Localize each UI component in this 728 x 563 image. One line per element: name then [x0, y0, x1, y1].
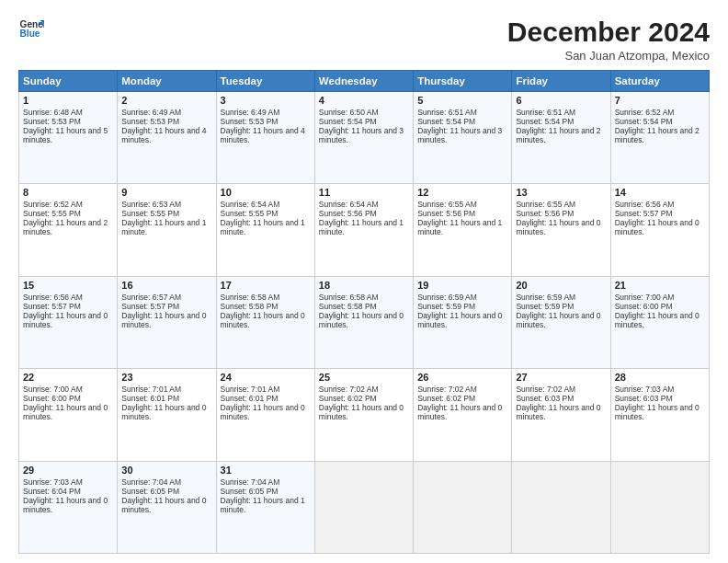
day-number: 21 — [615, 280, 705, 291]
sunrise-label: Sunrise: 6:54 AM — [319, 200, 379, 209]
sunset-label: Sunset: 6:02 PM — [417, 394, 475, 403]
day-number: 25 — [319, 372, 409, 383]
day-number: 27 — [516, 372, 606, 383]
day-number: 23 — [121, 372, 211, 383]
table-row: 15Sunrise: 6:56 AMSunset: 5:57 PMDayligh… — [19, 276, 118, 368]
daylight-label: Daylight: 11 hours and 0 minutes. — [615, 311, 700, 329]
sunset-label: Sunset: 5:55 PM — [23, 209, 81, 218]
day-number: 22 — [23, 372, 113, 383]
sunset-label: Sunset: 5:59 PM — [417, 302, 475, 311]
daylight-label: Daylight: 11 hours and 4 minutes. — [221, 126, 305, 144]
table-row: 16Sunrise: 6:57 AMSunset: 5:57 PMDayligh… — [118, 276, 216, 368]
sunset-label: Sunset: 6:03 PM — [615, 394, 673, 403]
day-number: 26 — [417, 372, 507, 383]
daylight-label: Daylight: 11 hours and 0 minutes. — [121, 403, 206, 421]
col-friday: Friday — [512, 71, 610, 92]
daylight-label: Daylight: 11 hours and 5 minutes. — [23, 126, 108, 144]
sunrise-label: Sunrise: 7:04 AM — [121, 477, 181, 487]
sunrise-label: Sunrise: 7:02 AM — [417, 385, 477, 394]
calendar-week-row: 1Sunrise: 6:48 AMSunset: 5:53 PMDaylight… — [19, 92, 710, 184]
daylight-label: Daylight: 11 hours and 0 minutes. — [319, 403, 404, 421]
sunrise-label: Sunrise: 6:52 AM — [615, 108, 675, 117]
daylight-label: Daylight: 11 hours and 3 minutes. — [319, 126, 404, 144]
table-row: 5Sunrise: 6:51 AMSunset: 5:54 PMDaylight… — [414, 92, 512, 184]
daylight-label: Daylight: 11 hours and 1 minute. — [221, 218, 305, 236]
day-number: 24 — [221, 372, 311, 383]
sunrise-label: Sunrise: 6:49 AM — [121, 108, 181, 117]
sunrise-label: Sunrise: 6:55 AM — [516, 200, 575, 209]
sunrise-label: Sunrise: 6:49 AM — [221, 108, 280, 117]
table-row: 24Sunrise: 7:01 AMSunset: 6:01 PMDayligh… — [216, 369, 314, 461]
daylight-label: Daylight: 11 hours and 4 minutes. — [121, 126, 206, 144]
day-number: 5 — [417, 95, 507, 106]
sunrise-label: Sunrise: 6:58 AM — [221, 293, 280, 302]
table-row: 12Sunrise: 6:55 AMSunset: 5:56 PMDayligh… — [414, 184, 512, 276]
day-number: 4 — [319, 95, 409, 106]
sunrise-label: Sunrise: 6:52 AM — [23, 200, 83, 209]
svg-text:Blue: Blue — [20, 29, 40, 39]
sunset-label: Sunset: 5:56 PM — [417, 209, 475, 218]
sunrise-label: Sunrise: 6:48 AM — [23, 108, 83, 117]
day-number: 13 — [516, 187, 606, 198]
sunrise-label: Sunrise: 6:58 AM — [319, 293, 379, 302]
location: San Juan Atzompa, Mexico — [507, 49, 710, 63]
sunset-label: Sunset: 5:55 PM — [121, 209, 179, 218]
daylight-label: Daylight: 11 hours and 1 minute. — [319, 218, 404, 236]
sunrise-label: Sunrise: 7:02 AM — [516, 385, 575, 394]
sunset-label: Sunset: 5:59 PM — [516, 302, 574, 311]
day-number: 12 — [417, 187, 507, 198]
day-number: 16 — [121, 280, 211, 291]
title-block: December 2024 San Juan Atzompa, Mexico — [507, 17, 710, 63]
col-thursday: Thursday — [414, 71, 512, 92]
sunrise-label: Sunrise: 7:01 AM — [121, 385, 181, 394]
daylight-label: Daylight: 11 hours and 1 minute. — [121, 218, 206, 236]
table-row: 29Sunrise: 7:03 AMSunset: 6:04 PMDayligh… — [19, 461, 118, 553]
daylight-label: Daylight: 11 hours and 0 minutes. — [319, 311, 404, 329]
daylight-label: Daylight: 11 hours and 1 minute. — [417, 218, 502, 236]
day-number: 1 — [23, 95, 113, 106]
day-number: 18 — [319, 280, 409, 291]
table-row: 8Sunrise: 6:52 AMSunset: 5:55 PMDaylight… — [19, 184, 118, 276]
sunset-label: Sunset: 5:56 PM — [516, 209, 574, 218]
sunset-label: Sunset: 5:53 PM — [121, 117, 179, 126]
table-row — [610, 461, 709, 553]
col-saturday: Saturday — [610, 71, 709, 92]
calendar-header-row: Sunday Monday Tuesday Wednesday Thursday… — [19, 71, 710, 92]
table-row: 13Sunrise: 6:55 AMSunset: 5:56 PMDayligh… — [512, 184, 610, 276]
table-row: 19Sunrise: 6:59 AMSunset: 5:59 PMDayligh… — [414, 276, 512, 368]
sunset-label: Sunset: 6:00 PM — [23, 394, 81, 403]
day-number: 31 — [221, 465, 311, 476]
sunset-label: Sunset: 6:05 PM — [121, 487, 179, 496]
sunset-label: Sunset: 6:01 PM — [221, 394, 279, 403]
table-row: 22Sunrise: 7:00 AMSunset: 6:00 PMDayligh… — [19, 369, 118, 461]
daylight-label: Daylight: 11 hours and 0 minutes. — [417, 403, 502, 421]
sunset-label: Sunset: 5:54 PM — [417, 117, 475, 126]
sunrise-label: Sunrise: 6:53 AM — [121, 200, 181, 209]
day-number: 8 — [23, 187, 113, 198]
daylight-label: Daylight: 11 hours and 3 minutes. — [417, 126, 502, 144]
daylight-label: Daylight: 11 hours and 0 minutes. — [23, 311, 108, 329]
sunrise-label: Sunrise: 6:57 AM — [121, 293, 181, 302]
table-row: 2Sunrise: 6:49 AMSunset: 5:53 PMDaylight… — [118, 92, 216, 184]
day-number: 15 — [23, 280, 113, 291]
sunset-label: Sunset: 5:57 PM — [615, 209, 673, 218]
day-number: 2 — [121, 95, 211, 106]
table-row: 27Sunrise: 7:02 AMSunset: 6:03 PMDayligh… — [512, 369, 610, 461]
calendar-week-row: 15Sunrise: 6:56 AMSunset: 5:57 PMDayligh… — [19, 276, 710, 368]
table-row: 9Sunrise: 6:53 AMSunset: 5:55 PMDaylight… — [118, 184, 216, 276]
day-number: 7 — [615, 95, 705, 106]
sunset-label: Sunset: 5:54 PM — [615, 117, 673, 126]
daylight-label: Daylight: 11 hours and 0 minutes. — [516, 311, 600, 329]
sunrise-label: Sunrise: 7:03 AM — [23, 477, 83, 487]
table-row: 23Sunrise: 7:01 AMSunset: 6:01 PMDayligh… — [118, 369, 216, 461]
daylight-label: Daylight: 11 hours and 0 minutes. — [23, 403, 108, 421]
calendar-table: Sunday Monday Tuesday Wednesday Thursday… — [18, 70, 710, 554]
table-row: 1Sunrise: 6:48 AMSunset: 5:53 PMDaylight… — [19, 92, 118, 184]
table-row: 28Sunrise: 7:03 AMSunset: 6:03 PMDayligh… — [610, 369, 709, 461]
sunrise-label: Sunrise: 6:56 AM — [23, 293, 83, 302]
day-number: 28 — [615, 372, 705, 383]
daylight-label: Daylight: 11 hours and 0 minutes. — [516, 403, 600, 421]
sunset-label: Sunset: 5:58 PM — [221, 302, 279, 311]
sunset-label: Sunset: 5:57 PM — [121, 302, 179, 311]
table-row: 17Sunrise: 6:58 AMSunset: 5:58 PMDayligh… — [216, 276, 314, 368]
